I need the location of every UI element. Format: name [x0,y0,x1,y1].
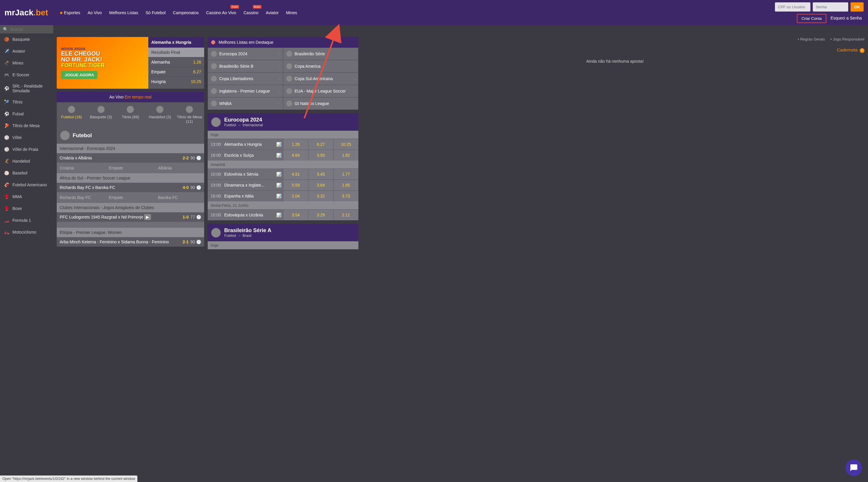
league-header[interactable]: Internacional - Eurocopa 2024 [57,144,204,153]
create-account-button[interactable]: Criar Conta [797,14,826,23]
sidebar-futsal[interactable]: ⚽Futsal [0,108,53,120]
odd-1[interactable]: 5.59 [283,180,308,191]
match-row[interactable]: PFC Ludogorets 1945 Razgrad x Nd Primorj… [57,212,204,222]
odd-2[interactable]: 3.73 [333,191,359,201]
odd-x[interactable]: 3.29 [308,210,333,220]
odd-2[interactable]: 1.65 [333,180,359,191]
event-row[interactable]: 10:00Eslovénia x Sérvia📊4.913.451.77 [208,169,359,179]
betslip-title[interactable]: Caderneta 0 [837,47,864,53]
stats-icon[interactable]: 📊 [274,183,283,188]
tab-basquete[interactable]: Basquete (3) [86,106,116,123]
nav-cassino[interactable]: CassinoNovo [243,10,258,15]
nav-cassino-vivo[interactable]: Cassino Ao VivoNovo [206,10,236,15]
nav-aviator[interactable]: Aviator [266,10,279,15]
sidebar-basebol[interactable]: ⚾Basebol [0,167,53,179]
stats-icon[interactable]: 📊 [274,212,283,217]
sidebar-aviator[interactable]: ✈️Aviator [0,45,53,57]
bet-opt-draw[interactable]: Empate [106,192,155,203]
promo-odd-1[interactable]: Alemanha1.26 [148,57,204,67]
sidebar-tenismesa[interactable]: 🏓Tênis de Mesa [0,120,53,132]
odd-x[interactable]: 3.64 [308,180,333,191]
nav-aovivo[interactable]: Ao Vivo [88,10,102,15]
logo[interactable]: mrJack.bet [4,8,48,18]
event-row[interactable]: 13:00Dinamarca x Inglate...📊5.593.641.65 [208,179,359,191]
odd-x[interactable]: 3.45 [308,169,333,179]
stats-icon[interactable]: 📊 [274,194,283,198]
match-row[interactable]: Richards Bay FC x Baroka FC 4-090🕐 [57,183,204,192]
event-row[interactable]: 10:00Eslováquia x Ucrânia📊3.543.292.11 [208,209,359,220]
promo-odd-2[interactable]: Empate6.27 [148,67,204,77]
league-header[interactable]: Clubes Internacionais - Jogos Amigáveis … [57,203,204,212]
forgot-password-link[interactable]: Esqueci a Senha [829,14,864,23]
tab-handebol[interactable]: Handebol (3) [145,106,175,123]
nav-campeonatos[interactable]: Campeonatos [173,10,198,15]
match-row[interactable]: Croácia x Albânia 2-290🕐 [57,153,204,163]
sidebar-mines[interactable]: 💣Mines [0,57,53,69]
event-row[interactable]: 16:00Escócia x Suíça📊4.643.501.82 [208,150,359,161]
sidebar-formula1[interactable]: 🏎️Formula 1 [0,215,53,226]
odd-x[interactable]: 3.50 [308,150,333,161]
match-row[interactable]: Arba Minch Ketema - Feminino x Sidama Bu… [57,237,204,247]
promo-odd-3[interactable]: Hungria10.25 [148,77,204,86]
stats-icon[interactable]: 📊 [274,172,283,176]
odd-2[interactable]: 2.11 [333,210,359,220]
league-header[interactable]: África do Sul - Premier Soccer League [57,173,204,183]
featured-item[interactable]: Inglaterra - Premier League [208,85,283,97]
event-row[interactable]: 16:00Espanha x Itália📊2.043.323.73 [208,191,359,201]
featured-item[interactable]: Eurocopa 2024 [208,48,283,60]
nav-esportes[interactable]: Esportes [60,10,80,15]
sidebar-futebolamericano[interactable]: 🏈Futebol Americano [0,179,53,191]
sidebar-boxe[interactable]: 🥊Boxe [0,203,53,215]
sidebar-handebol[interactable]: 🤾Handebol [0,155,53,167]
play-now-button[interactable]: JOGUE AGORA [61,71,97,79]
featured-item[interactable]: Brasileirão Série [283,48,359,60]
sidebar-tenis[interactable]: 🎾Tênis [0,96,53,108]
event-row[interactable]: 13:00Alemanha x Hungria📊1.266.2710.25 [208,139,359,150]
sidebar-basquete[interactable]: 🏀Basquete [0,33,53,45]
odd-1[interactable]: 4.91 [283,169,308,179]
featured-item[interactable]: Copa Sul-Americana [283,73,359,85]
stats-icon[interactable]: 📊 [274,153,283,158]
sidebar-voleipraia[interactable]: 🏐Vôlei de Praia [0,143,53,155]
tab-tenismesa[interactable]: Tênis de Mesa (11) [175,106,204,123]
sidebar-esoccer[interactable]: 🎮E-Soccer [0,69,53,81]
password-input[interactable] [813,2,848,11]
stats-icon[interactable]: 📊 [274,142,283,147]
featured-item[interactable]: Gt Nations League [283,97,359,110]
nav-mines[interactable]: Mines [286,10,297,15]
username-input[interactable] [775,2,810,11]
league-header[interactable]: Etiópia - Premier League, Women [57,228,204,237]
sidebar-mma[interactable]: 🥊MMA [0,191,53,203]
bet-opt-away[interactable]: Albânia [155,163,204,173]
bet-opt-away[interactable]: Baroka FC [155,192,204,203]
odd-1[interactable]: 3.54 [283,210,308,220]
odd-x[interactable]: 3.32 [308,191,333,201]
tab-futebol[interactable]: Futebol (16) [57,106,86,123]
sidebar-motociclismo[interactable]: 🏍️Motociclismo [0,226,53,238]
search-input[interactable] [10,27,62,32]
featured-item[interactable]: Copa Libertadores [208,73,283,85]
odd-1[interactable]: 2.04 [283,191,308,201]
bet-opt-home[interactable]: Richards Bay FC [57,192,106,203]
bet-opt-draw[interactable]: Empate [106,163,155,173]
featured-item[interactable]: Copa America [283,60,359,73]
featured-item[interactable]: EUA - Major League Soccer [283,85,359,97]
odd-2[interactable]: 1.77 [333,169,359,179]
odd-1[interactable]: 4.64 [283,150,308,161]
nav-melhores[interactable]: Melhores Listas [109,10,138,15]
odd-x[interactable]: 6.27 [308,139,333,150]
login-button[interactable]: OK [850,2,864,11]
rules-link[interactable]: Regras Gerais [798,37,825,41]
odd-2[interactable]: 1.82 [333,150,359,161]
sidebar-srl[interactable]: ⚽SRL - Realidade Simulada [0,81,53,96]
odd-1[interactable]: 1.26 [283,139,308,150]
featured-item[interactable]: WNBA [208,97,283,110]
promo-image[interactable]: NOVOS JOGOS ELE CHEGOU NO MR. JACK! FORT… [57,37,148,89]
tab-tenis[interactable]: Tênis (69) [116,106,145,123]
featured-item[interactable]: Brasileirão Série B [208,60,283,73]
bet-opt-home[interactable]: Croácia [57,163,106,173]
sidebar-volei[interactable]: 🏐Vôlei [0,132,53,143]
odd-2[interactable]: 10.25 [333,139,359,150]
nav-sofutebol[interactable]: Só Futebol [146,10,166,15]
responsible-link[interactable]: Jogo Responsável [831,37,864,41]
